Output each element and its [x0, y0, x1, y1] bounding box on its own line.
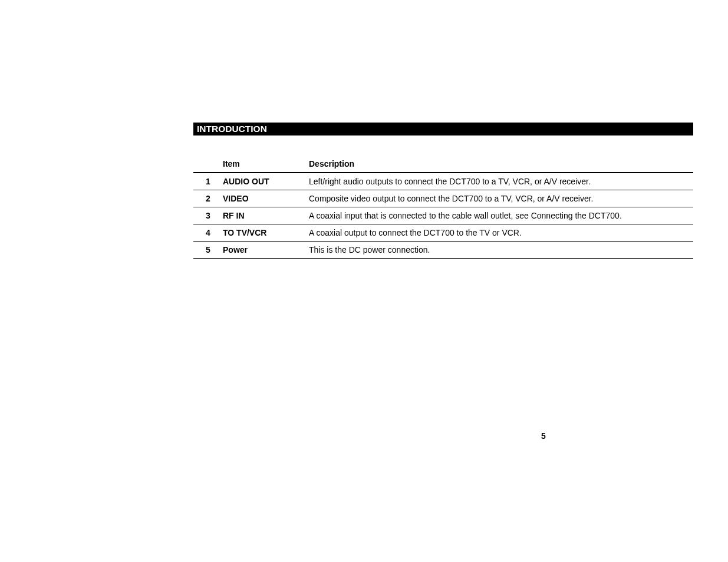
table-row: 5 Power This is the DC power connection. — [193, 242, 693, 259]
row-num: 5 — [193, 242, 223, 259]
row-description: This is the DC power connection. — [309, 242, 693, 259]
table-row: 4 TO TV/VCR A coaxial output to connect … — [193, 224, 693, 242]
table-row: 1 AUDIO OUT Left/right audio outputs to … — [193, 173, 693, 190]
row-item: RF IN — [223, 207, 309, 224]
table-row: 2 VIDEO Composite video output to connec… — [193, 190, 693, 207]
row-num: 4 — [193, 224, 223, 242]
table-row: 3 RF IN A coaxial input that is connecte… — [193, 207, 693, 224]
row-item: TO TV/VCR — [223, 224, 309, 242]
page-number: 5 — [541, 431, 546, 441]
table-header-num — [193, 154, 223, 173]
row-description: A coaxial input that is connected to the… — [309, 207, 693, 224]
row-item: AUDIO OUT — [223, 173, 309, 190]
row-num: 2 — [193, 190, 223, 207]
document-page: INTRODUCTION Item Description 1 AUDIO OU… — [193, 123, 693, 259]
row-description: Left/right audio outputs to connect the … — [309, 173, 693, 190]
row-num: 1 — [193, 173, 223, 190]
row-item: VIDEO — [223, 190, 309, 207]
row-description: A coaxial output to connect the DCT700 t… — [309, 224, 693, 242]
row-num: 3 — [193, 207, 223, 224]
rear-panel-table: Item Description 1 AUDIO OUT Left/right … — [193, 154, 693, 259]
table-header-description: Description — [309, 154, 693, 173]
table-header-row: Item Description — [193, 154, 693, 173]
section-title: INTRODUCTION — [193, 124, 267, 134]
row-description: Composite video output to connect the DC… — [309, 190, 693, 207]
section-header-bar: INTRODUCTION — [193, 123, 693, 135]
table-header-item: Item — [223, 154, 309, 173]
row-item: Power — [223, 242, 309, 259]
